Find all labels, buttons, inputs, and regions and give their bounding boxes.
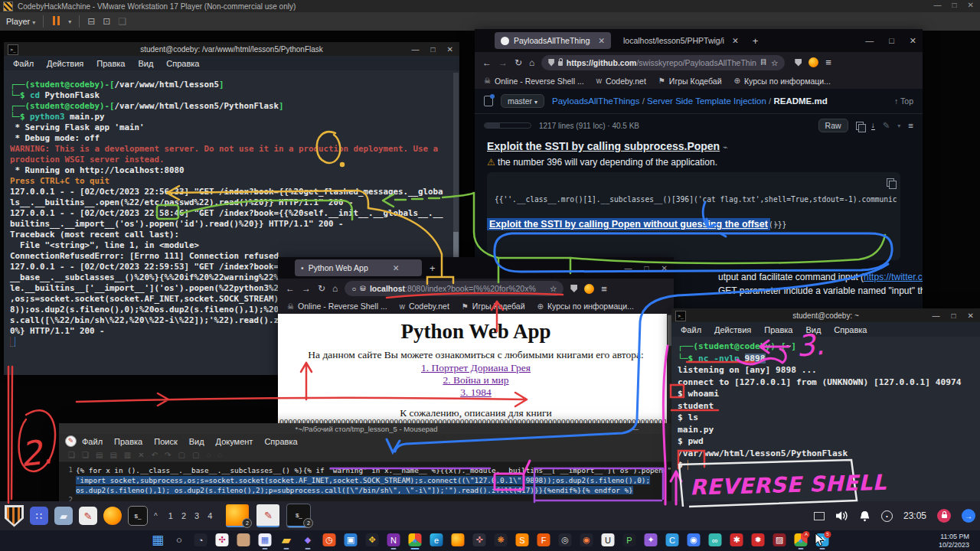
minimize-button[interactable]: — bbox=[933, 311, 940, 320]
host-clock[interactable]: 11:05 PM 10/2/2023 bbox=[939, 533, 969, 549]
reload-icon[interactable]: ↻ bbox=[318, 283, 325, 294]
home-icon[interactable]: ⌂ bbox=[332, 283, 338, 294]
whisker-menu-icon[interactable]: ∷ bbox=[30, 507, 48, 525]
copy-icon[interactable] bbox=[856, 122, 864, 130]
obs-icon[interactable]: ◎ bbox=[559, 533, 572, 546]
tab-localhost-phptwig[interactable]: localhost/lesson5/PHPTwig/i ✕ bbox=[617, 32, 745, 49]
firefox-launcher-icon[interactable] bbox=[103, 507, 122, 525]
menu-item[interactable]: Вид bbox=[805, 325, 821, 334]
app-menu-icon[interactable]: ≡ bbox=[601, 283, 607, 295]
menu-item[interactable]: Действия bbox=[47, 59, 83, 68]
book-link-2[interactable]: 2. Война и мир bbox=[278, 374, 674, 386]
menu-item[interactable]: Справка bbox=[834, 325, 867, 334]
mousepad-window[interactable]: *~/Рабочий стол/tmp_lesson_5 - Mousepad … bbox=[59, 423, 674, 501]
co-app-icon[interactable]: ∞ bbox=[709, 533, 722, 546]
reload-icon[interactable]: ↻ bbox=[514, 57, 522, 68]
menu-item[interactable]: Файл bbox=[13, 59, 34, 68]
photos-icon[interactable]: ▨ bbox=[773, 533, 786, 546]
slack-icon[interactable]: ✣ bbox=[216, 533, 229, 546]
vmware-minimize-button[interactable]: — bbox=[934, 1, 942, 9]
bookmark-star-icon[interactable]: ☆ bbox=[550, 284, 557, 293]
f-reader-icon[interactable]: F bbox=[537, 533, 550, 546]
tab-close-icon[interactable]: ✕ bbox=[732, 36, 739, 45]
bookmark-item[interactable]: ⊕Курсы по информаци... bbox=[537, 302, 634, 311]
virtualbox-icon[interactable]: ▣ bbox=[345, 533, 358, 546]
tracking-shield-icon[interactable] bbox=[548, 59, 554, 67]
fullscreen-icon[interactable]: ⊡ bbox=[103, 16, 110, 27]
back-icon[interactable]: ← bbox=[286, 283, 295, 294]
unreal-icon[interactable]: U bbox=[602, 533, 615, 546]
download-icon[interactable]: ↓ bbox=[871, 122, 875, 130]
maximize-button[interactable]: □ bbox=[431, 45, 436, 54]
bookmark-item[interactable]: ☠Online - Reverse Shell ... bbox=[287, 302, 387, 311]
tab-close-icon[interactable]: ✕ bbox=[393, 263, 400, 272]
send-ctrl-alt-del-icon[interactable]: ⊟ bbox=[87, 16, 95, 27]
sublime-icon[interactable]: S bbox=[516, 533, 529, 546]
minimize-button[interactable]: — bbox=[865, 36, 874, 45]
readme-heading-2[interactable]: Exploit the SSTI by calling Popen withou… bbox=[487, 217, 779, 230]
firefox-window-webapp[interactable]: • Python Web App ✕ + — □ ✕ ← → ↻ ⌂ ○ ⛁ l… bbox=[278, 257, 674, 430]
telegram-icon[interactable]: ✈5 bbox=[816, 533, 829, 546]
codeby-logo-icon[interactable] bbox=[5, 505, 24, 527]
power-manager-icon[interactable]: • bbox=[881, 510, 893, 522]
account-avatar[interactable] bbox=[808, 57, 818, 67]
terminal2-titlebar[interactable]: >_ student@codeby: ~ — □ ✕ bbox=[671, 308, 980, 322]
bookmark-star-icon[interactable]: ☆ bbox=[771, 58, 778, 67]
chrome-icon[interactable]: ● bbox=[409, 533, 422, 546]
ubuntu-clock-icon[interactable]: ◷ bbox=[323, 533, 336, 546]
edge-icon[interactable]: e bbox=[430, 533, 443, 546]
minimize-button[interactable]: — bbox=[625, 264, 632, 272]
menu-item[interactable]: Справка bbox=[264, 437, 297, 446]
bookmark-item[interactable]: ⚑Игры Кодебай bbox=[658, 77, 722, 86]
file-changes-icon[interactable] bbox=[484, 96, 493, 106]
tab-close-icon[interactable]: ✕ bbox=[598, 36, 605, 45]
mousepad-editor[interactable]: 12 {% for x in ().__class__.__base__.__s… bbox=[59, 462, 674, 502]
mousepad-window-icon[interactable]: ✎ bbox=[256, 504, 279, 527]
player-menu[interactable]: Player ▾ bbox=[6, 17, 35, 26]
close-button[interactable]: ✕ bbox=[662, 264, 668, 272]
volume-icon[interactable] bbox=[835, 510, 848, 521]
twitter-link[interactable]: https://twitter.com/SecGus bbox=[864, 272, 923, 282]
menu-item[interactable]: Файл bbox=[681, 325, 701, 334]
start-icon[interactable]: ▦ bbox=[152, 533, 165, 546]
terminal-launcher-icon[interactable]: $_ bbox=[128, 506, 148, 526]
chevron-up-icon[interactable]: ^ bbox=[154, 512, 158, 520]
firefox-icon[interactable] bbox=[452, 533, 465, 546]
obsidian-icon[interactable]: ◆ bbox=[302, 533, 315, 546]
maximize-button[interactable]: □ bbox=[889, 36, 894, 45]
portrait-icon[interactable] bbox=[237, 533, 250, 546]
suspend-vm-button[interactable] bbox=[51, 16, 60, 27]
firefox-window-icon[interactable]: 2 bbox=[226, 504, 249, 527]
calendar-icon[interactable]: ▦ bbox=[259, 533, 272, 546]
menu-item[interactable]: Вид bbox=[138, 59, 153, 68]
gear-red-1-icon[interactable]: ✱ bbox=[730, 533, 743, 546]
suspend-caret-icon[interactable]: ▾ bbox=[68, 18, 71, 25]
menu-item[interactable]: Файл bbox=[82, 437, 103, 446]
reader-mode-icon[interactable]: 目 bbox=[760, 57, 767, 67]
menu-item[interactable]: Правка bbox=[114, 437, 142, 446]
menu-item[interactable]: Правка bbox=[764, 325, 792, 334]
anchor-link-icon[interactable]: ⌁ bbox=[723, 142, 728, 152]
davinci-icon[interactable]: ✜ bbox=[473, 533, 486, 546]
tab-python-web-app[interactable]: • Python Web App ✕ bbox=[295, 259, 422, 276]
minimize-button[interactable]: — bbox=[632, 425, 639, 433]
url-bar[interactable]: https://github.com/swisskyrepo/PayloadsA… bbox=[541, 55, 785, 70]
view-tab[interactable] bbox=[500, 123, 515, 128]
menu-item[interactable]: Правка bbox=[96, 59, 125, 68]
maximize-button[interactable]: □ bbox=[952, 311, 956, 320]
menu-item[interactable]: Вид bbox=[189, 437, 204, 446]
book-link-3[interactable]: 3. 1984 bbox=[278, 386, 674, 399]
chrome-profile-icon[interactable]: ●A bbox=[795, 533, 808, 546]
file-manager-icon[interactable]: ▰ bbox=[54, 507, 73, 525]
explorer-icon[interactable]: ▰ bbox=[280, 533, 293, 546]
notification-bell-icon[interactable] bbox=[859, 510, 871, 522]
copy-code-icon[interactable] bbox=[887, 178, 894, 187]
session-icon[interactable]: → bbox=[962, 509, 975, 523]
bookmark-item[interactable]: ⚑Игры Кодебай bbox=[462, 302, 525, 311]
speedtest-icon[interactable]: ◔ bbox=[194, 533, 207, 546]
terminal-window-icon[interactable]: $_2 bbox=[287, 504, 310, 527]
view-tab[interactable] bbox=[485, 123, 500, 128]
pocket-icon[interactable] bbox=[795, 59, 802, 67]
vmware-close-button[interactable]: ✕ bbox=[968, 1, 974, 9]
bookmark-item[interactable]: wCodeby.net bbox=[400, 302, 449, 311]
